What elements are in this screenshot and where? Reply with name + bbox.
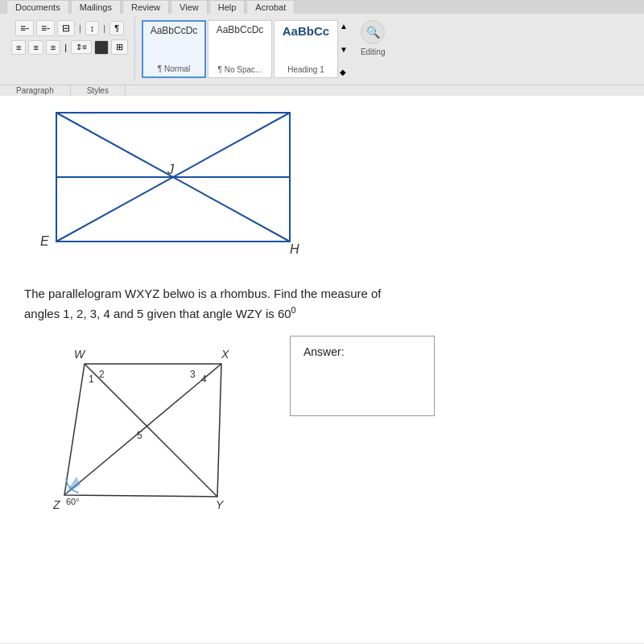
align-right-btn[interactable]: ≡ [46, 40, 60, 55]
style-normal-label: ¶ Normal [158, 64, 190, 73]
angle-60-label: 60° [66, 497, 80, 506]
style-no-spacing[interactable]: AaBbCcDc ¶ No Spac... [208, 20, 272, 78]
angle-label-3: 3 [190, 369, 196, 380]
styles-down-arrow[interactable]: ▼ [340, 45, 348, 54]
rectangle-diagram-svg: J E H [24, 97, 322, 266]
tab-acrobat[interactable]: Acrobat [246, 0, 295, 14]
answer-box: Answer: [290, 336, 435, 416]
ribbon-tab-bar: Documents Mailings Review View Help Acro… [0, 0, 644, 14]
label-Y: Y [216, 498, 225, 511]
style-heading1[interactable]: AaBbCc Heading 1 [274, 20, 338, 78]
align-center-btn[interactable]: ≡ [28, 40, 43, 55]
label-H: H [290, 242, 299, 256]
section-labels-row: Paragraph Styles [0, 85, 644, 96]
label-J: J [167, 163, 175, 176]
rhombus-diagram-svg: W X Z Y 1 2 3 4 5 [32, 336, 258, 521]
separator-1: | [77, 23, 83, 33]
styles-up-arrow[interactable]: ▲ [340, 22, 348, 31]
styles-scroll[interactable]: ▲ ▼ ◆ [340, 20, 348, 78]
styles-label: Styles [71, 85, 126, 96]
tab-help[interactable]: Help [209, 0, 246, 14]
paragraph-section: ≡- ≡- ⊟ | ↕ | ¶ ≡ ≡ ≡ | ⇕≡ ⊞ [5, 17, 135, 81]
borders-btn[interactable]: ⊞ [111, 39, 128, 55]
problem-line1: The parallelogram WXYZ belwo is a rhombu… [24, 287, 382, 300]
styles-section: AaBbCcDc ¶ Normal AaBbCcDc ¶ No Spac... … [138, 17, 351, 81]
document-page: J E H The parallelogram WXYZ belwo is a … [0, 89, 644, 642]
ribbon-body: ≡- ≡- ⊟ | ↕ | ¶ ≡ ≡ ≡ | ⇕≡ ⊞ AaBbCcDc [0, 14, 644, 85]
search-icon[interactable]: 🔍 [361, 20, 385, 44]
style-normal-preview: AaBbCcDc [151, 25, 198, 36]
label-X: X [221, 348, 229, 361]
separator-3: | [63, 43, 68, 52]
ribbon: Documents Mailings Review View Help Acro… [0, 0, 644, 89]
numbering-btn[interactable]: ≡- [36, 20, 55, 36]
style-nospace-preview: AaBbCcDc [217, 24, 264, 35]
top-diagram: J E H [24, 97, 620, 269]
document-wrapper: J E H The parallelogram WXYZ belwo is a … [0, 89, 644, 642]
editing-section: 🔍 Editing [354, 17, 392, 60]
angle-label-1: 1 [89, 374, 94, 385]
angle-label-5: 5 [137, 430, 142, 441]
tab-review[interactable]: Review [122, 0, 169, 14]
style-nospace-label: ¶ No Spac... [218, 65, 262, 74]
bullet-btn[interactable]: ≡- [15, 20, 34, 36]
indent-btn[interactable]: ⊟ [57, 20, 75, 36]
align-left-btn[interactable]: ≡ [11, 40, 26, 55]
problem-text-block: The parallelogram WXYZ belwo is a rhombu… [24, 285, 620, 323]
label-W: W [74, 348, 86, 361]
style-h1-label: Heading 1 [287, 65, 324, 74]
tab-documents[interactable]: Documents [6, 0, 69, 14]
angle-label-4: 4 [201, 374, 207, 385]
pilcrow-btn[interactable]: ¶ [109, 21, 124, 35]
label-E: E [40, 234, 49, 248]
styles-expand-arrow[interactable]: ◆ [340, 68, 348, 76]
toolbar-row-1: ≡- ≡- ⊟ | ↕ | ¶ [15, 20, 124, 36]
line-spacing-btn[interactable]: ⇕≡ [71, 40, 92, 54]
degree-superscript: 0 [291, 305, 296, 315]
lower-section: W X Z Y 1 2 3 4 5 [24, 336, 620, 521]
separator-2: | [101, 23, 107, 33]
problem-line2: angles 1, 2, 3, 4 and 5 given that angle… [24, 307, 291, 320]
paragraph-label: Paragraph [0, 85, 71, 96]
editing-label: Editing [361, 47, 386, 56]
label-Z: Z [52, 498, 60, 511]
tab-mailings[interactable]: Mailings [71, 0, 121, 14]
angle-label-2: 2 [99, 369, 105, 380]
shading-btn[interactable] [94, 40, 109, 55]
style-normal[interactable]: AaBbCcDc ¶ Normal [142, 20, 206, 78]
tab-view[interactable]: View [171, 0, 208, 14]
sort-btn[interactable]: ↕ [85, 21, 100, 35]
style-h1-preview: AaBbCc [283, 24, 329, 38]
answer-label: Answer: [303, 345, 345, 358]
toolbar-row-2: ≡ ≡ ≡ | ⇕≡ ⊞ [11, 39, 128, 55]
